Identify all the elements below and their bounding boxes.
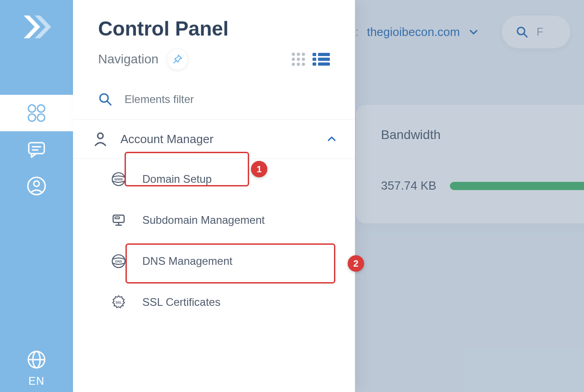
svg-point-15 <box>292 53 295 56</box>
navigation-header: Control Panel Navigation <box>73 0 355 79</box>
dns-icon: DNS <box>110 253 128 269</box>
svg-text:SSL: SSL <box>115 301 122 304</box>
left-rail: EN <box>0 0 73 392</box>
rail-language-button[interactable]: EN <box>27 350 46 387</box>
callout-badge-2: 2 <box>348 255 364 272</box>
svg-rect-36 <box>115 217 120 219</box>
svg-point-32 <box>98 133 103 139</box>
nav-item-domain-setup[interactable]: WWW Domain Setup <box>73 159 355 200</box>
view-grid-button[interactable] <box>291 52 306 67</box>
svg-text:WWW: WWW <box>115 178 123 181</box>
svg-point-3 <box>37 114 45 121</box>
www-globe-icon: WWW <box>110 171 128 187</box>
nav-item-label: SSL Certificates <box>142 296 220 309</box>
elements-filter[interactable]: Elements filter <box>73 79 355 119</box>
chevron-up-icon <box>327 134 337 144</box>
svg-point-8 <box>34 181 39 186</box>
subdomain-icon <box>110 212 128 228</box>
navigation-subtitle: Navigation <box>98 52 158 67</box>
svg-point-16 <box>297 53 300 56</box>
svg-line-31 <box>107 101 111 105</box>
pin-icon <box>172 54 182 64</box>
nav-item-ssl-certificates[interactable]: SSL SSL Certificates <box>73 282 355 323</box>
elements-filter-placeholder: Elements filter <box>125 93 194 106</box>
nav-item-label: Domain Setup <box>142 173 212 186</box>
svg-point-22 <box>297 63 300 66</box>
pin-button[interactable] <box>167 48 188 70</box>
svg-point-18 <box>292 58 295 61</box>
user-circle-icon <box>26 176 47 196</box>
globe-icon <box>27 350 46 369</box>
svg-point-23 <box>302 63 305 66</box>
svg-rect-29 <box>318 62 330 66</box>
svg-point-17 <box>302 53 305 56</box>
svg-rect-27 <box>318 58 330 61</box>
svg-point-20 <box>302 58 305 61</box>
user-icon <box>91 132 110 146</box>
svg-point-2 <box>28 114 36 121</box>
svg-rect-25 <box>318 53 330 56</box>
nav-item-label: DNS Management <box>142 255 232 268</box>
svg-point-21 <box>292 63 295 66</box>
search-icon <box>98 92 113 107</box>
callout-number: 2 <box>353 258 358 269</box>
view-list-button[interactable] <box>313 52 330 66</box>
nav-item-label: Subdomain Management <box>142 214 265 227</box>
navigation-panel: Control Panel Navigation <box>73 0 355 392</box>
chat-icon <box>27 140 46 159</box>
svg-rect-26 <box>313 58 316 61</box>
callout-badge-1: 1 <box>251 161 267 177</box>
svg-rect-4 <box>29 143 44 154</box>
grid-icon <box>291 52 306 67</box>
nav-item-subdomain-management[interactable]: Subdomain Management <box>73 200 355 241</box>
navigation-title: Control Panel <box>98 17 330 40</box>
nav-section-items: WWW Domain Setup Subdomain Management <box>73 159 355 323</box>
list-icon <box>313 52 330 66</box>
callout-number: 1 <box>256 164 261 175</box>
apps-grid-icon <box>26 103 47 123</box>
nav-section-account-manager[interactable]: Account Manager <box>73 119 355 159</box>
svg-rect-28 <box>313 62 316 66</box>
svg-line-14 <box>174 61 176 63</box>
logo-icon <box>21 14 52 40</box>
rail-language-label: EN <box>28 375 44 387</box>
rail-apps-button[interactable] <box>0 95 73 131</box>
rail-user-button[interactable] <box>0 168 73 204</box>
nav-item-dns-management[interactable]: DNS DNS Management <box>73 241 355 282</box>
svg-rect-24 <box>313 53 316 56</box>
nav-section-label: Account Manager <box>120 132 214 146</box>
svg-point-0 <box>28 105 36 112</box>
svg-point-19 <box>297 58 300 61</box>
svg-text:DNS: DNS <box>115 260 122 263</box>
ssl-badge-icon: SSL <box>110 294 128 310</box>
rail-messages-button[interactable] <box>0 131 73 168</box>
svg-point-1 <box>37 105 45 112</box>
